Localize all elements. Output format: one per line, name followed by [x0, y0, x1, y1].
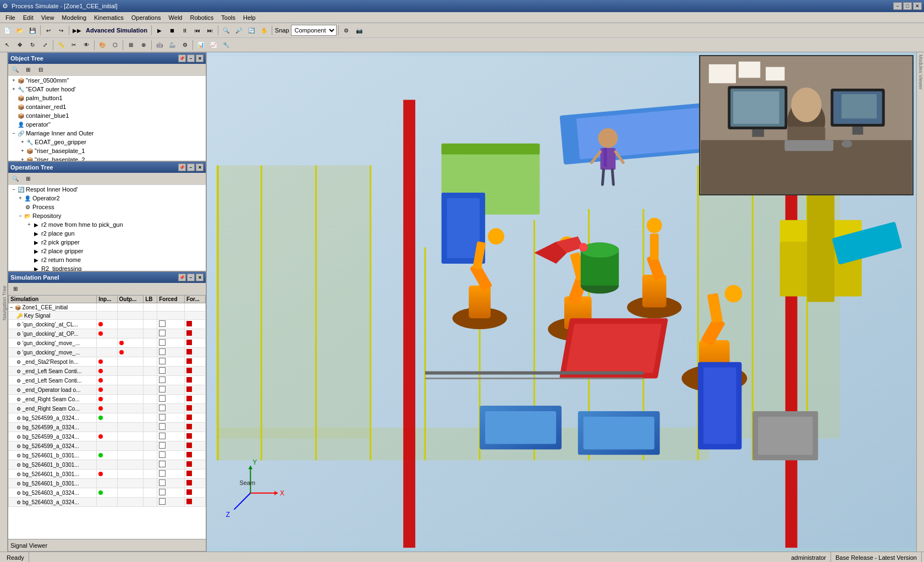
tree-item-marriage[interactable]: − 🔗 Marriage Inner and Outer	[8, 129, 206, 138]
close-button[interactable]: ✕	[913, 2, 922, 10]
tb2-sim2[interactable]: 📈	[207, 39, 219, 51]
menu-kinematics[interactable]: Kinematics	[91, 13, 127, 22]
tb-open[interactable]: 📂	[14, 24, 26, 36]
expand-riser-base2[interactable]: +	[19, 156, 26, 161]
tb2-wire[interactable]: ⬡	[109, 39, 121, 51]
expand-r2placegripper[interactable]	[26, 248, 32, 254]
tb-rewind[interactable]: ⏮	[191, 24, 204, 36]
tb2-render[interactable]: 🎨	[96, 39, 108, 51]
tb-rotate[interactable]: 🔄	[245, 24, 257, 36]
tb2-hide[interactable]: 👁	[80, 39, 92, 51]
expand-process[interactable]	[17, 204, 24, 210]
sim-row-1[interactable]: ⚙ 'gun_docking'_at_CL...	[9, 320, 206, 329]
object-tree-minimize[interactable]: −	[187, 54, 195, 62]
expand-container-red[interactable]	[10, 103, 17, 110]
menu-file[interactable]: File	[2, 13, 19, 22]
simulation-minimize[interactable]: −	[187, 274, 195, 281]
expand-eoat[interactable]: +	[10, 86, 17, 92]
menu-operations[interactable]: Operations	[128, 13, 164, 22]
menu-tools[interactable]: Tools	[218, 13, 239, 22]
expand-r2tip[interactable]	[26, 265, 32, 271]
expand-repo[interactable]: −	[17, 212, 24, 219]
sim-forced-1[interactable]	[157, 320, 185, 329]
sim-row-19[interactable]: ⚙ bg_5264603_a_0324...	[9, 488, 206, 498]
sim-row-8[interactable]: ⚙ _end_Operator load o...	[9, 385, 206, 395]
tree-item-container-red[interactable]: 📦 container_red1	[8, 102, 206, 111]
tb-stop[interactable]: ⏹	[166, 24, 178, 36]
menu-modeling[interactable]: Modeling	[58, 13, 90, 22]
viewport[interactable]: X Y Z Seam	[207, 52, 916, 552]
minimize-button[interactable]: −	[893, 2, 902, 10]
sim-row-2[interactable]: ⚙ 'gun_docking'_at_OP...	[9, 329, 206, 339]
sim-row-11[interactable]: ⚙ bg_5264599_a_0324...	[9, 413, 206, 423]
snap-dropdown[interactable]: Component	[291, 25, 337, 36]
tb-mode-icon[interactable]: ▶▶	[71, 24, 83, 36]
sim-row-9[interactable]: ⚙ _end_Right Seam Co...	[9, 395, 206, 404]
menu-view[interactable]: View	[38, 13, 58, 22]
tree-item-r2move[interactable]: + ▶ r2 move from hme to pick_gun	[8, 220, 206, 229]
expand-r2move[interactable]: +	[26, 221, 32, 228]
expand-r2pick[interactable]	[26, 239, 32, 245]
expand-riser-base1[interactable]: +	[19, 148, 26, 154]
menu-help[interactable]: Help	[240, 13, 259, 22]
tree-item-riser[interactable]: + 📦 "riser_0500mm"	[8, 76, 206, 85]
sim-row-13[interactable]: ⚙ bg_5264599_a_0324...	[9, 432, 206, 441]
tree-item-eoat[interactable]: + 🔧 "EOAT outer hood'	[8, 85, 206, 94]
tb-new[interactable]: 📄	[1, 24, 13, 36]
tb-fast[interactable]: ⏭	[204, 24, 216, 36]
ot-collapse[interactable]: ⊟	[35, 64, 47, 76]
ot-expand[interactable]: ⊞	[22, 64, 34, 76]
tb2-grid[interactable]: ⊞	[125, 39, 137, 51]
sim-row-10[interactable]: ⚙ _end_Right Seam Co...	[9, 404, 206, 413]
tree-item-eoat-gripper[interactable]: + 🔧 EOAT_geo_gripper	[8, 138, 206, 146]
sim-row-6[interactable]: ⚙ _end_Left Seam Conti...	[9, 367, 206, 376]
tb-pause[interactable]: ⏸	[179, 24, 191, 36]
object-tree-pin[interactable]: 📌	[178, 54, 186, 62]
tb-camera[interactable]: 📷	[353, 24, 365, 36]
sim-row-3[interactable]: ⚙ 'gun_docking'_move_...	[9, 339, 206, 348]
title-bar-controls[interactable]: − □ ✕	[893, 2, 922, 10]
tb2-robot1[interactable]: 🤖	[153, 39, 166, 51]
tree-item-respot[interactable]: − 🔄 Respot Inner Hood'	[8, 185, 206, 194]
tb2-rotate2[interactable]: ↻	[26, 39, 38, 51]
simulation-table-container[interactable]: Simulation Inp... Outp... LB Forced For.…	[8, 295, 206, 539]
tree-item-r2pick[interactable]: ▶ r2 pick gripper	[8, 238, 206, 247]
sim-row-20[interactable]: ⚙ bg_5264603_a_0324...	[9, 498, 206, 507]
tree-item-process[interactable]: ⚙ Process	[8, 203, 206, 211]
expand-respot[interactable]: −	[10, 186, 17, 193]
tb2-axis[interactable]: ⊕	[138, 39, 150, 51]
tree-item-operator[interactable]: 👤 operator"	[8, 120, 206, 129]
expand-r2return[interactable]	[26, 257, 32, 263]
sim-row-15[interactable]: ⚙ bg_5264601_b_0301...	[9, 451, 206, 460]
tb2-select[interactable]: ↖	[1, 39, 13, 51]
expand-marriage[interactable]: −	[10, 130, 17, 137]
tree-item-container-blue[interactable]: 📦 container_blue1	[8, 111, 206, 120]
op-search[interactable]: 🔍	[9, 173, 21, 185]
expand-eoat-gripper[interactable]: +	[19, 139, 26, 145]
tb2-measure[interactable]: 📏	[55, 39, 67, 51]
menu-weld[interactable]: Weld	[166, 13, 186, 22]
operation-tree-pin[interactable]: 📌	[178, 163, 186, 171]
expand-container-blue[interactable]	[10, 112, 17, 119]
sim-row-18[interactable]: ⚙ bg_5264601_b_0301...	[9, 479, 206, 488]
tb2-sim1[interactable]: 📊	[195, 39, 207, 51]
operation-tree-minimize[interactable]: −	[187, 163, 195, 171]
menu-edit[interactable]: Edit	[20, 13, 37, 22]
simulation-close[interactable]: ✕	[196, 274, 204, 281]
simulation-pin[interactable]: 📌	[178, 274, 186, 281]
tb2-scale[interactable]: ⤢	[39, 39, 51, 51]
expand-op2[interactable]: +	[17, 195, 24, 201]
tb-undo[interactable]: ↩	[42, 24, 54, 36]
sim-row-keysignal[interactable]: 🔑 Key Signal	[9, 312, 206, 320]
expand-r2place[interactable]	[26, 230, 32, 237]
maximize-button[interactable]: □	[903, 2, 912, 10]
tb2-sim3[interactable]: 🔧	[220, 39, 232, 51]
object-tree-header-btns[interactable]: 📌 − ✕	[178, 54, 204, 62]
sim-row-5[interactable]: ⚙ _end_Sta2'Respot In...	[9, 357, 206, 367]
sim-row-14[interactable]: ⚙ bg_5264599_a_0324...	[9, 441, 206, 451]
tree-item-r2tip[interactable]: ▶ R2_tipdressing	[8, 264, 206, 271]
menu-robotics[interactable]: Robotics	[186, 13, 217, 22]
simulation-panel-btns[interactable]: 📌 − ✕	[178, 274, 204, 281]
object-tree-close[interactable]: ✕	[196, 54, 204, 62]
tb2-robot2[interactable]: 🦾	[166, 39, 178, 51]
